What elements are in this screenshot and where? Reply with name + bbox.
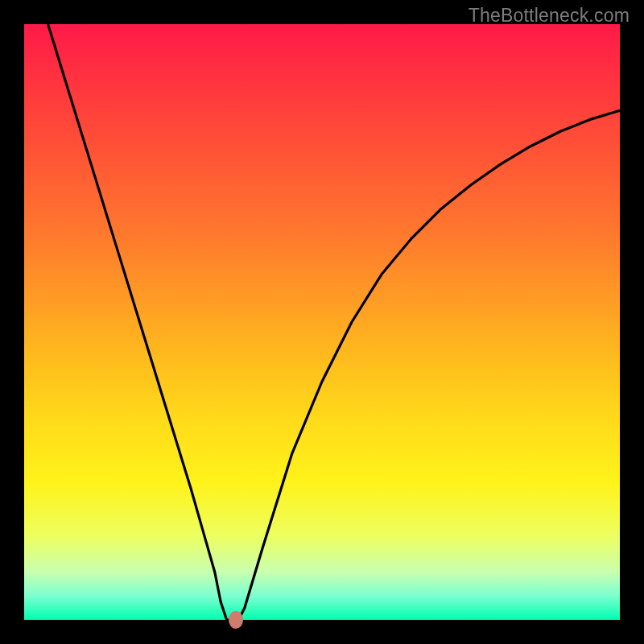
bottleneck-curve bbox=[24, 24, 620, 620]
minimum-marker bbox=[229, 611, 243, 629]
plot-area bbox=[24, 24, 620, 620]
watermark-text: TheBottleneck.com bbox=[469, 5, 630, 27]
chart-container: TheBottleneck.com bbox=[0, 0, 644, 644]
